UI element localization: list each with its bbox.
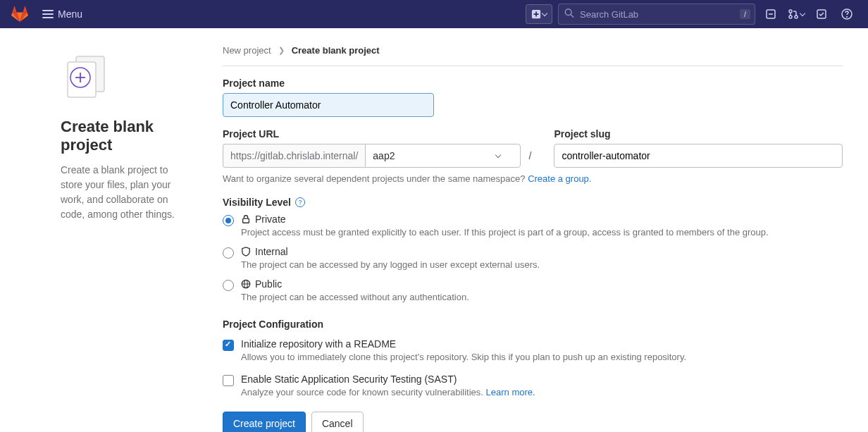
menu-button[interactable]: Menu: [37, 6, 88, 23]
gitlab-logo[interactable]: [11, 6, 28, 23]
shield-icon: [241, 247, 251, 257]
breadcrumb: New project ❯ Create blank project: [223, 45, 843, 66]
help-icon[interactable]: [837, 4, 857, 24]
project-name-label: Project name: [223, 78, 843, 89]
sast-label: Enable Static Application Security Testi…: [241, 374, 843, 385]
main-form: New project ❯ Create blank project Proje…: [209, 45, 857, 432]
svg-point-1: [565, 9, 571, 16]
search-icon: [564, 8, 574, 20]
url-prefix: https://gitlab.chrislab.internal/: [223, 144, 365, 168]
visibility-group: Visibility Level ? Private Project acces…: [223, 197, 843, 304]
search-container: /: [558, 4, 755, 25]
chevron-down-icon: [800, 10, 805, 16]
project-url-label: Project URL: [223, 128, 540, 140]
readme-desc: Allows you to immediately clone this pro…: [241, 351, 843, 364]
project-slug-input[interactable]: [554, 144, 843, 168]
merge-requests-icon[interactable]: [786, 4, 806, 24]
breadcrumb-current: Create blank project: [292, 45, 380, 56]
hamburger-icon: [42, 10, 54, 18]
checkbox-input[interactable]: [223, 375, 234, 386]
visibility-label: Visibility Level: [223, 197, 291, 208]
svg-point-6: [789, 16, 792, 18]
info-icon[interactable]: ?: [295, 197, 305, 207]
chevron-right-icon: ❯: [278, 46, 285, 55]
left-panel: Create blank project Create a blank proj…: [11, 45, 209, 432]
create-new-button[interactable]: [526, 4, 552, 24]
create-project-button[interactable]: Create project: [223, 412, 306, 432]
project-url-group: Project URL https://gitlab.chrislab.inte…: [223, 128, 540, 168]
search-kbd-hint: /: [740, 9, 750, 19]
radio-input[interactable]: [223, 280, 234, 291]
sast-option[interactable]: Enable Static Application Security Testi…: [223, 374, 843, 399]
navbar-right: /: [526, 4, 857, 25]
visibility-private[interactable]: Private Project access must be granted e…: [223, 214, 843, 239]
sidebar-description: Create a blank project to store your fil…: [61, 163, 192, 222]
namespace-value: aap2: [373, 150, 395, 161]
svg-point-5: [789, 10, 792, 13]
visibility-private-desc: Project access must be granted explicitl…: [241, 226, 843, 239]
namespace-select[interactable]: aap2: [365, 144, 520, 168]
project-name-input[interactable]: [223, 93, 434, 117]
page-content: Create blank project Create a blank proj…: [0, 28, 868, 432]
search-input[interactable]: [559, 9, 740, 20]
project-illustration: [61, 52, 192, 105]
radio-input[interactable]: [223, 215, 234, 226]
project-slug-label: Project slug: [554, 128, 843, 140]
visibility-public-label: Public: [255, 278, 282, 290]
sidebar-title: Create blank project: [61, 118, 192, 154]
sast-desc: Analyze your source code for known secur…: [241, 386, 843, 399]
visibility-private-label: Private: [255, 214, 286, 225]
visibility-label-row: Visibility Level ?: [223, 197, 843, 208]
todos-icon[interactable]: [812, 4, 831, 24]
url-slug-row: Project URL https://gitlab.chrislab.inte…: [223, 128, 843, 168]
namespace-help: Want to organize several dependent proje…: [223, 173, 843, 184]
visibility-public-desc: The project can be accessed without any …: [241, 291, 843, 304]
issues-icon[interactable]: [761, 4, 781, 24]
visibility-internal-label: Internal: [255, 246, 288, 257]
url-input-group: https://gitlab.chrislab.internal/ aap2 /: [223, 144, 540, 168]
project-name-group: Project name: [223, 78, 843, 117]
project-slug-group: Project slug: [554, 128, 843, 168]
readme-label: Initialize repository with a README: [241, 338, 843, 350]
svg-line-2: [571, 15, 574, 18]
cancel-button[interactable]: Cancel: [311, 412, 364, 432]
navbar-left: Menu: [11, 6, 88, 23]
menu-label: Menu: [58, 8, 82, 20]
form-actions: Create project Cancel: [223, 412, 843, 432]
svg-point-10: [846, 16, 847, 17]
sast-learn-more-link[interactable]: Learn more.: [486, 387, 535, 397]
radio-input[interactable]: [223, 247, 234, 259]
readme-option[interactable]: Initialize repository with a README Allo…: [223, 338, 843, 364]
config-heading: Project Configuration: [223, 319, 843, 330]
create-group-link[interactable]: Create a group.: [528, 173, 591, 184]
chevron-down-icon: [542, 10, 547, 16]
top-navbar: Menu /: [0, 0, 868, 28]
svg-point-7: [795, 16, 798, 18]
visibility-internal-desc: The project can be accessed by any logge…: [241, 259, 843, 271]
url-separator: /: [521, 150, 540, 161]
chevron-down-icon: [495, 152, 500, 157]
svg-rect-16: [243, 218, 249, 223]
lock-icon: [241, 214, 251, 224]
checkbox-input[interactable]: [223, 340, 234, 351]
breadcrumb-parent[interactable]: New project: [223, 45, 271, 56]
visibility-internal[interactable]: Internal The project can be accessed by …: [223, 246, 843, 271]
globe-icon: [241, 279, 251, 289]
visibility-public[interactable]: Public The project can be accessed witho…: [223, 278, 843, 304]
